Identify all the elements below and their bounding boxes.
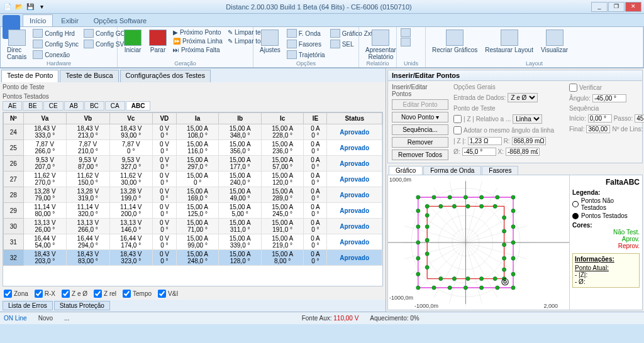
config-hrd-button[interactable]: Config Hrd [31, 28, 80, 38]
phi-input[interactable] [462, 148, 496, 156]
maximize-button[interactable]: ❐ [608, 2, 625, 12]
check-Zona[interactable]: Zona [4, 290, 28, 298]
check-Z rel[interactable]: Z rel [94, 290, 116, 298]
entrada-dados-select[interactable]: Z e Ø [508, 93, 538, 102]
col-Ic[interactable]: Ic [261, 113, 304, 124]
r-input[interactable] [512, 137, 546, 145]
passo-input[interactable] [635, 114, 644, 122]
group-relatorio-label: Relatório [359, 60, 396, 67]
tab-teste-de-ponto[interactable]: Teste de Ponto [1, 70, 58, 82]
z-input[interactable] [468, 137, 502, 145]
table-row[interactable]: 2813,28 V79,00 °13,28 V319,0 °13,28 V199… [4, 187, 382, 203]
check-V&I[interactable]: V&I [158, 290, 178, 298]
gtab-grafico[interactable]: Gráfico [389, 166, 423, 175]
table-row[interactable]: 3218,43 V203,0 °18,43 V83,00 °18,43 V323… [4, 250, 382, 266]
fault-tab-CE[interactable]: CE [43, 101, 64, 111]
table-row[interactable]: 3013,13 V26,00 °13,13 V266,0 °13,13 V146… [4, 219, 382, 234]
prox-ponto-button[interactable]: ▶ Próximo Ponto [172, 28, 224, 36]
table-row[interactable]: 257,87 V266,0 °7,87 V210,0 °7,87 V0 °0 V… [4, 140, 382, 156]
verificar-check[interactable] [569, 84, 577, 92]
minimize-button[interactable]: _ [591, 2, 608, 12]
iniciar-button[interactable]: Iniciar [121, 28, 144, 55]
tab-lista-erros[interactable]: Lista de Erros [3, 301, 53, 310]
col-Nº[interactable]: Nº [4, 113, 24, 124]
direc-canais-button[interactable]: Direc Canais [4, 28, 29, 62]
fault-tab-AB[interactable]: AB [64, 101, 84, 111]
gtab-forma-onda[interactable]: Forma de Onda [423, 166, 481, 175]
recriar-graficos-button[interactable]: Recriar Gráficos [430, 28, 480, 55]
restaurar-layout-button[interactable]: Restaurar Layout [482, 28, 536, 55]
trajetoria-button[interactable]: Trajetória [286, 50, 326, 60]
angulo-input[interactable] [592, 94, 626, 102]
qat-dropdown-icon[interactable]: ▾ [36, 2, 47, 12]
ribbon-tab-opcoes[interactable]: Opções Software [87, 14, 153, 26]
remover-button[interactable]: Remover [392, 137, 448, 148]
col-Vc[interactable]: Vc [109, 113, 152, 124]
z-relativo-check[interactable] [453, 115, 462, 123]
table-row[interactable]: 2911,14 V80,00 °11,14 V320,0 °11,14 V200… [4, 203, 382, 219]
svg-line-5 [465, 182, 482, 242]
table-row[interactable]: 3116,44 V54,00 °16,44 V294,0 °16,44 V174… [4, 234, 382, 250]
status-bar: ON Line Novo ... Fonte Aux: 110,00 V Aqu… [0, 312, 644, 324]
adotar-angulo-check[interactable] [453, 126, 462, 134]
fault-tab-AE[interactable]: AE [3, 101, 22, 111]
table-row[interactable]: 2418,43 V333,0 °18,43 V213,0 °18,43 V93,… [4, 124, 382, 140]
check-Tempo[interactable]: Tempo [123, 290, 152, 298]
check-Z e Ø[interactable]: Z e Ø [62, 290, 87, 298]
fault-tab-BC[interactable]: BC [84, 101, 104, 111]
svg-point-43 [511, 272, 515, 276]
table-row[interactable]: 269,53 V207,0 °9,53 V87,00 °9,53 V327,0 … [4, 156, 382, 172]
channels-icon [8, 30, 26, 46]
col-IE[interactable]: IE [304, 113, 327, 124]
fasores-button[interactable]: Fasores [286, 39, 326, 49]
tab-teste-de-busca[interactable]: Teste de Busca [60, 70, 118, 82]
sequencia-label: Sequência [569, 105, 638, 112]
check-R-X[interactable]: R-X [35, 290, 55, 298]
col-VD[interactable]: VD [152, 113, 176, 124]
sliders-icon [261, 30, 279, 46]
col-Ia[interactable]: Ia [176, 113, 219, 124]
fault-tab-BE[interactable]: BE [23, 101, 42, 111]
fault-tab-CA[interactable]: CA [105, 101, 125, 111]
inicio-input[interactable] [588, 114, 612, 122]
stop-icon [149, 30, 167, 46]
apresentar-relatorio-button[interactable]: Apresentar Relatório [363, 28, 399, 62]
qat-new-icon[interactable]: 📄 [3, 2, 13, 12]
remover-todos-button[interactable]: Remover Todos [392, 150, 448, 160]
prox-falta-button[interactable]: ⏭ Próxima Falta [172, 46, 224, 54]
unit-icon-2[interactable] [401, 38, 411, 46]
col-Status[interactable]: Status [327, 113, 382, 124]
z-relativo-select[interactable]: Linha [513, 114, 542, 124]
tab-status-protecao[interactable]: Status Proteção [54, 301, 110, 310]
conexao-button[interactable]: Conexão [31, 50, 80, 60]
sequencia-button[interactable]: Sequência... [392, 124, 448, 135]
close-button[interactable]: ✕ [625, 2, 641, 12]
ajustes-button[interactable]: Ajustes [257, 28, 283, 55]
svg-point-57 [439, 204, 443, 208]
tab-config-testes[interactable]: Configurações dos Testes [120, 70, 211, 82]
unit-icon[interactable] [401, 28, 411, 37]
prox-linha-button[interactable]: ⏩ Próxima Linha [172, 37, 224, 45]
impedance-plot[interactable]: 1000,0m -1000,0m -1000,0m 2,000 [388, 175, 569, 310]
final-input[interactable] [586, 125, 610, 133]
editar-ponto-button[interactable]: Editar Ponto [392, 99, 448, 110]
col-Va[interactable]: Va [23, 113, 66, 124]
novo-ponto-button[interactable]: Novo Ponto ▾ [392, 112, 448, 122]
col-Ib[interactable]: Ib [219, 113, 262, 124]
config-sync-button[interactable]: Config Sync [31, 39, 80, 49]
parar-button[interactable]: Parar [147, 28, 169, 55]
table-row[interactable]: 2711,62 V270,0 °11,62 V150,0 °11,62 V30,… [4, 172, 382, 187]
fonda-button[interactable]: F. Onda [286, 28, 326, 38]
qat-save-icon[interactable]: 💾 [25, 2, 35, 12]
gtab-fasores[interactable]: Fasores [482, 166, 518, 175]
points-table[interactable]: NºVaVbVcVDIaIbIcIEStatus 2418,43 V333,0 … [3, 112, 382, 266]
qat-open-icon[interactable]: 📂 [14, 2, 24, 12]
ribbon-tab-inicio[interactable]: Início [23, 14, 53, 26]
fault-tab-ABC[interactable]: ABC [126, 101, 151, 111]
sel-icon [330, 40, 340, 48]
svg-point-63 [502, 229, 506, 233]
x-input[interactable] [506, 148, 540, 156]
visualizar-button[interactable]: Visualizar [538, 28, 570, 55]
col-Vb[interactable]: Vb [67, 113, 109, 124]
ribbon-tab-exibir[interactable]: Exibir [54, 14, 86, 26]
